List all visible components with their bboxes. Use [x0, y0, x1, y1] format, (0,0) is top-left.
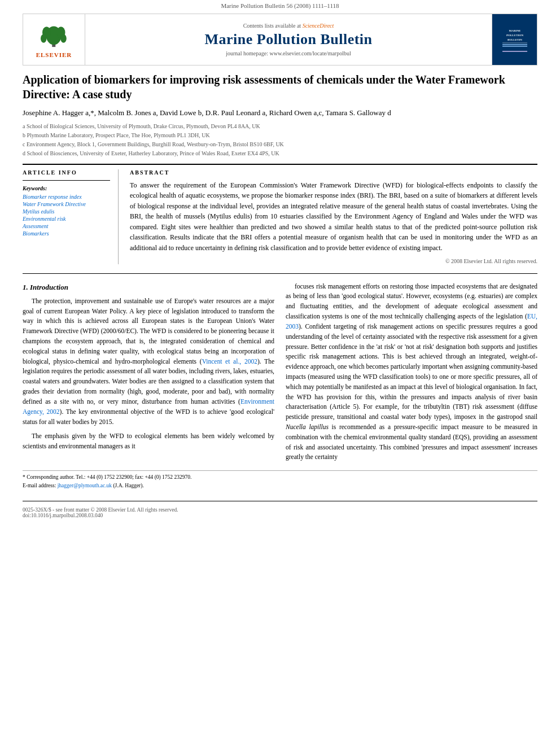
- svg-rect-12: [502, 46, 527, 47]
- footnote-section: * Corresponding author. Tel.: +44 (0) 17…: [23, 470, 537, 490]
- article-info-panel: ARTICLE INFO Keywords: Biomarker respons…: [23, 169, 119, 264]
- journal-title: Marine Pollution Bulletin: [91, 31, 486, 48]
- article-title: Application of biomarkers for improving …: [23, 72, 537, 102]
- corresponding-author-note: * Corresponding author. Tel.: +44 (0) 17…: [23, 473, 537, 490]
- mpb-logo: MARINE POLLUTION BULLETIN: [492, 14, 537, 65]
- svg-text:POLLUTION: POLLUTION: [506, 34, 523, 37]
- main-content: Application of biomarkers for improving …: [23, 72, 537, 467]
- svg-rect-15: [502, 51, 527, 52]
- sciencedirect-line: Contents lists available at ScienceDirec…: [91, 23, 486, 29]
- body-col-right: focuses risk management efforts on resto…: [286, 282, 537, 468]
- journal-center-content: Contents lists available at ScienceDirec…: [85, 18, 492, 61]
- email-label: E-mail address:: [23, 483, 56, 488]
- divider-info: [23, 180, 110, 181]
- svg-rect-14: [502, 49, 527, 50]
- article-body: ARTICLE INFO Keywords: Biomarker respons…: [23, 169, 537, 264]
- svg-text:BULLETIN: BULLETIN: [508, 38, 522, 41]
- copyright: © 2008 Elsevier Ltd. All rights reserved…: [130, 258, 537, 264]
- ref-eu[interactable]: EU, 2003: [286, 313, 537, 330]
- svg-text:MARINE: MARINE: [509, 29, 520, 32]
- email-link[interactable]: jhagger@plymouth.ac.uk: [58, 483, 112, 488]
- body-columns: 1. Introduction The protection, improvem…: [23, 282, 537, 468]
- email-person: (J.A. Hagger).: [113, 483, 143, 488]
- intro-para-2: The emphasis given by the WFD to ecologi…: [23, 431, 274, 452]
- keyword-6: Biomarkers: [23, 230, 110, 237]
- affil-b: b Plymouth Marine Laboratory, Prospect P…: [23, 131, 537, 140]
- authors: Josephine A. Hagger a,*, Malcolm B. Jone…: [23, 107, 537, 119]
- divider-1: [23, 164, 537, 165]
- journal-homepage: journal homepage: www.elsevier.com/locat…: [91, 50, 486, 56]
- intro-heading: 1. Introduction: [23, 282, 274, 293]
- elsevier-logo-area: ELSEVIER: [23, 14, 85, 65]
- elsevier-wordmark: ELSEVIER: [36, 51, 72, 59]
- keywords-label: Keywords:: [23, 185, 110, 191]
- body-col-left: 1. Introduction The protection, improvem…: [23, 282, 274, 468]
- keyword-1: Biomarker response index: [23, 194, 110, 200]
- section-divider: [23, 273, 537, 274]
- keyword-5: Assessment: [23, 223, 110, 229]
- abstract-title: ABSTRACT: [130, 169, 537, 176]
- keyword-4: Environmental risk: [23, 216, 110, 222]
- abstract-section: ABSTRACT To answer the requirement of th…: [130, 169, 537, 264]
- intro-para-1: The protection, improvement and sustaina…: [23, 296, 274, 427]
- keyword-3: Mytilus edulis: [23, 208, 110, 215]
- affiliations: a School of Biological Sciences, Univers…: [23, 122, 537, 158]
- footer: 0025-326X/$ - see front matter © 2008 El…: [23, 501, 537, 518]
- affil-d: d School of Biosciences, University of E…: [23, 149, 537, 158]
- mpb-logo-icon: MARINE POLLUTION BULLETIN: [499, 24, 531, 55]
- sciencedirect-link[interactable]: ScienceDirect: [303, 23, 334, 29]
- svg-rect-13: [502, 47, 527, 49]
- abstract-text: To answer the requirement of the Europea…: [130, 180, 537, 254]
- citation-bar: Marine Pollution Bulletin 56 (2008) 1111…: [0, 0, 560, 10]
- svg-point-5: [60, 34, 67, 42]
- issn-text: 0025-326X/$ - see front matter © 2008 El…: [23, 507, 178, 513]
- ref-vincent[interactable]: Vincent et al., 2002: [202, 358, 257, 365]
- doi-text: doi:10.1016/j.marpolbul.2008.03.040: [23, 513, 103, 518]
- keyword-2: Water Framework Directive: [23, 201, 110, 207]
- svg-point-4: [41, 34, 47, 42]
- affil-c: c Environment Agency, Block 1, Governmen…: [23, 140, 537, 149]
- intro-para-3: focuses risk management efforts on resto…: [286, 282, 537, 463]
- citation-text: Marine Pollution Bulletin 56 (2008) 1111…: [221, 2, 339, 9]
- article-info-title: ARTICLE INFO: [23, 169, 110, 176]
- elsevier-tree-icon: [37, 20, 71, 49]
- ref-env-agency[interactable]: Environment Agency, 2002: [23, 398, 274, 415]
- journal-header: ELSEVIER Contents lists available at Sci…: [23, 14, 537, 65]
- star-note: * Corresponding author. Tel.: +44 (0) 17…: [23, 474, 191, 480]
- authors-text: Josephine A. Hagger a,*, Malcolm B. Jone…: [23, 108, 391, 117]
- svg-rect-11: [502, 44, 527, 45]
- footer-copyright: 0025-326X/$ - see front matter © 2008 El…: [23, 507, 537, 518]
- affil-a: a School of Biological Sciences, Univers…: [23, 122, 537, 131]
